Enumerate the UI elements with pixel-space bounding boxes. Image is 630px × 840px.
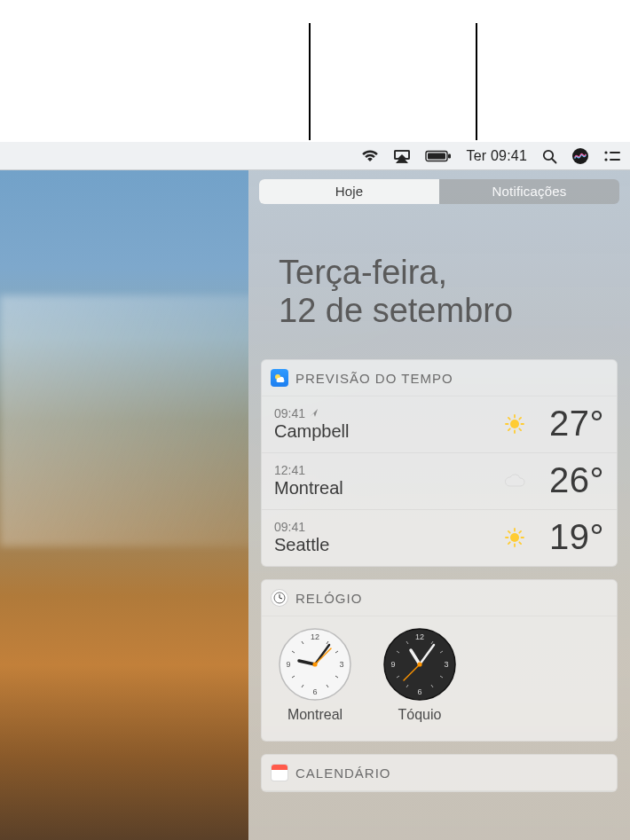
svg-line-7 [552, 159, 556, 163]
weather-time: 09:41 [274, 520, 305, 534]
svg-line-19 [508, 417, 510, 419]
svg-line-20 [519, 428, 521, 430]
weather-city: Montreal [274, 478, 500, 499]
weather-app-icon [271, 369, 288, 387]
weather-city: Seattle [274, 535, 500, 555]
siri-icon[interactable] [571, 142, 589, 169]
clock-widget-title: RELÓGIO [295, 591, 362, 606]
calendar-app-icon [271, 764, 288, 781]
svg-point-11 [604, 158, 607, 161]
weather-time: 12:41 [274, 463, 305, 477]
tab-notifications[interactable]: Notificações [439, 179, 619, 204]
svg-rect-4 [428, 153, 445, 159]
battery-icon[interactable] [425, 142, 452, 169]
svg-text:3: 3 [339, 660, 343, 669]
weather-time: 09:41 [274, 406, 305, 420]
weather-widget-title: PREVISÃO DO TEMPO [295, 371, 453, 386]
today-date-header: Terça-feira, 12 de setembro [259, 227, 619, 359]
weather-temp: 19° [535, 517, 604, 557]
svg-line-30 [508, 542, 510, 544]
weather-row[interactable]: 12:41 Montreal 26° [262, 452, 617, 509]
cloudy-icon [500, 472, 530, 490]
svg-line-21 [508, 428, 510, 430]
annotation-callouts [0, 0, 630, 142]
calendar-widget-title: CALENDÁRIO [295, 765, 391, 781]
menubar: Ter 09:41 [0, 142, 630, 170]
weather-row[interactable]: 09:41 Seattle 19° [262, 509, 617, 566]
clock-app-icon [271, 589, 288, 607]
weather-temp: 27° [535, 404, 604, 444]
svg-text:3: 3 [444, 660, 448, 669]
notification-center-icon[interactable] [603, 142, 621, 169]
clock-face-day: 123 69 [278, 627, 352, 702]
weather-list: 09:41 Campbell 27° 12 [262, 396, 617, 566]
calendar-widget: CALENDÁRIO [261, 754, 618, 792]
svg-point-14 [510, 420, 519, 428]
world-clock-city: Montreal [287, 707, 343, 723]
weather-city: Campbell [274, 421, 500, 442]
svg-line-22 [519, 417, 521, 419]
airplay-icon[interactable] [393, 142, 411, 169]
svg-text:9: 9 [286, 660, 290, 669]
world-clock-item[interactable]: 123 69 [278, 627, 352, 723]
tab-today[interactable]: Hoje [259, 179, 439, 204]
svg-line-31 [519, 530, 521, 532]
sunny-icon [500, 413, 530, 435]
world-clock-item[interactable]: 123 69 [382, 627, 457, 723]
sunny-icon [500, 527, 530, 548]
svg-line-29 [519, 542, 521, 544]
svg-text:6: 6 [312, 687, 317, 696]
svg-line-28 [508, 530, 510, 532]
svg-point-9 [604, 151, 607, 153]
weather-widget: PREVISÃO DO TEMPO 09:41 Campbell [261, 359, 618, 567]
clock-widget: RELÓGIO 123 69 [261, 579, 618, 742]
clock-face-night: 123 69 [382, 627, 457, 702]
svg-text:12: 12 [415, 632, 424, 641]
spotlight-icon[interactable] [541, 142, 557, 169]
svg-point-23 [510, 533, 519, 542]
svg-text:6: 6 [417, 687, 421, 696]
location-arrow-icon [309, 408, 319, 418]
nc-tab-bar: Hoje Notificações [259, 179, 619, 204]
svg-point-51 [312, 662, 317, 666]
svg-text:12: 12 [311, 632, 319, 641]
svg-rect-5 [448, 153, 451, 158]
world-clock-city: Tóquio [398, 707, 442, 723]
svg-text:9: 9 [390, 660, 395, 669]
wifi-icon[interactable] [361, 142, 379, 169]
date-line-2: 12 de setembro [279, 292, 600, 330]
date-line-1: Terça-feira, [279, 254, 600, 292]
weather-temp: 26° [535, 460, 604, 500]
svg-rect-10 [610, 152, 620, 153]
notification-center-panel: Hoje Notificações Terça-feira, 12 de set… [248, 170, 630, 840]
svg-point-68 [417, 662, 421, 666]
svg-rect-12 [610, 159, 620, 161]
menubar-clock[interactable]: Ter 09:41 [466, 142, 527, 169]
weather-row[interactable]: 09:41 Campbell 27° [262, 396, 617, 452]
